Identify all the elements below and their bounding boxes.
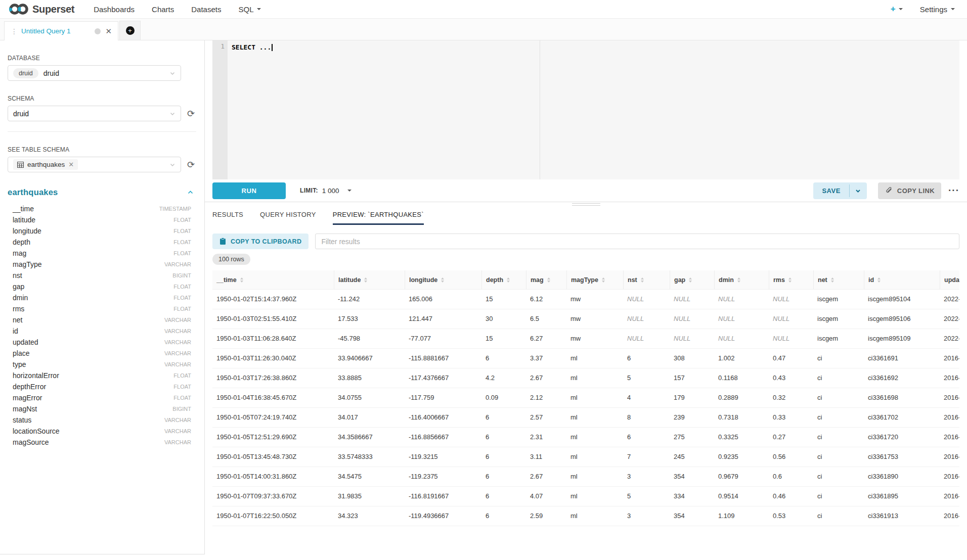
grid-header-mag[interactable]: mag: [526, 270, 566, 289]
grid-cell: 33.5748333: [334, 447, 405, 466]
grid-cell: 6.27: [526, 329, 566, 348]
more-options-button[interactable]: ···: [948, 188, 959, 193]
results-tabs: RESULTSQUERY HISTORYPREVIEW: `EARTHQUAKE…: [212, 203, 959, 225]
copy-to-clipboard-button[interactable]: COPY TO CLIPBOARD: [212, 234, 309, 249]
grid-cell: 1950-01-07T09:37:33.670Z: [212, 487, 334, 506]
grid-header-latitude[interactable]: latitude: [334, 270, 405, 289]
grid-cell: 6: [481, 506, 526, 526]
superset-logo[interactable]: Superset: [8, 3, 74, 16]
grid-cell: 6.12: [526, 290, 566, 309]
column-name: magError: [13, 394, 42, 402]
plus-icon: +: [891, 4, 896, 14]
nav-item-datasets[interactable]: Datasets: [191, 5, 221, 14]
add-tab-icon: +: [126, 26, 135, 35]
column-name: place: [13, 349, 29, 357]
schema-column-row: statusVARCHAR: [8, 414, 197, 426]
nav-item-sql[interactable]: SQL: [238, 5, 261, 14]
schema-column-row: nstBIGINT: [8, 270, 197, 281]
grid-cell: 2.57: [526, 408, 566, 427]
new-item-menu[interactable]: +: [891, 4, 903, 14]
grid-cell: NULL: [623, 309, 670, 329]
grid-cell: 1950-01-03T11:26:30.040Z: [212, 349, 334, 368]
close-tab-icon[interactable]: ✕: [105, 27, 112, 35]
grid-header-label: id: [868, 276, 874, 284]
table-name-heading[interactable]: earthquakes: [8, 188, 58, 197]
grid-cell: ci3361753: [864, 447, 940, 466]
grid-cell: 0.7318: [714, 408, 769, 427]
chevron-down-icon: [169, 70, 175, 76]
database-select[interactable]: druid druid: [8, 65, 181, 81]
table-row: 1950-01-02T15:14:37.960Z-11.242165.00615…: [212, 290, 959, 309]
grid-header-updated[interactable]: updated: [940, 270, 959, 289]
grid-header-gap[interactable]: gap: [670, 270, 714, 289]
grid-cell: ml: [566, 467, 623, 486]
schema-select[interactable]: druid: [8, 106, 181, 121]
grid-cell: 6: [623, 349, 670, 368]
copy-link-button[interactable]: COPY LINK: [878, 182, 941, 199]
grid-cell: ci3361720: [864, 428, 940, 447]
column-type: BIGINT: [172, 406, 191, 412]
grid-header-__time[interactable]: __time: [212, 270, 334, 289]
grid-cell: 2.59: [526, 506, 566, 526]
grid-header-dmin[interactable]: dmin: [714, 270, 769, 289]
table-select[interactable]: earthquakes ✕: [8, 157, 181, 172]
save-options-button[interactable]: [850, 182, 867, 199]
grid-header-magType[interactable]: magType: [566, 270, 623, 289]
grid-cell: NULL: [623, 290, 670, 309]
grid-cell: ml: [566, 447, 623, 466]
grid-cell: 2016-0: [940, 368, 959, 388]
grid-header-longitude[interactable]: longitude: [405, 270, 481, 289]
grid-cell: 5: [623, 368, 670, 388]
sql-editor[interactable]: 1 SELECT ...: [212, 40, 959, 179]
results-tab-0[interactable]: RESULTS: [212, 211, 243, 225]
sort-icon: [441, 277, 444, 283]
new-query-tab-button[interactable]: +: [119, 21, 141, 40]
results-grid: __timelatitudelongitudedepthmagmagTypens…: [212, 270, 959, 526]
editor-code-area[interactable]: SELECT ...: [228, 40, 959, 179]
results-tab-2[interactable]: PREVIEW: `EARTHQUAKES`: [333, 211, 424, 225]
nav-item-dashboards[interactable]: Dashboards: [94, 5, 135, 14]
grid-cell: 1950-01-07T16:22:50.050Z: [212, 506, 334, 526]
grid-header-nst[interactable]: nst: [623, 270, 670, 289]
grid-cell: -116.8856667: [405, 428, 481, 447]
grid-header-net[interactable]: net: [813, 270, 864, 289]
grid-header-rms[interactable]: rms: [769, 270, 813, 289]
grid-header-id[interactable]: id: [864, 270, 940, 289]
grid-header-label: depth: [486, 276, 503, 284]
drag-handle-icon[interactable]: ⋮: [11, 29, 17, 34]
filter-results-input[interactable]: [315, 234, 959, 249]
save-button[interactable]: SAVE: [813, 182, 849, 199]
grid-cell: -116.4006667: [405, 408, 481, 427]
row-count-badge: 100 rows: [212, 254, 250, 265]
grid-cell: -116.8191667: [405, 487, 481, 506]
grid-cell: 2.67: [526, 467, 566, 486]
grid-cell: 6: [623, 428, 670, 447]
grid-cell: -115.8881667: [405, 349, 481, 368]
refresh-schemas-icon[interactable]: ⟳: [187, 109, 195, 118]
run-button[interactable]: RUN: [212, 182, 286, 199]
column-type: FLOAT: [173, 228, 191, 234]
sqllab-sidebar: DATABASE druid druid SCHEMA druid ⟳ SEE …: [0, 40, 205, 554]
limit-dropdown[interactable]: LIMIT: 1 000: [300, 187, 351, 195]
sort-icon: [507, 277, 510, 283]
grid-cell: 0.32: [769, 388, 813, 407]
grid-header-depth[interactable]: depth: [481, 270, 526, 289]
remove-table-icon[interactable]: ✕: [68, 161, 74, 168]
grid-cell: 17.533: [334, 309, 405, 329]
print-margin-line: [540, 40, 540, 179]
nav-item-charts[interactable]: Charts: [152, 5, 174, 14]
results-tab-1[interactable]: QUERY HISTORY: [260, 211, 316, 225]
grid-cell: 354: [670, 467, 714, 486]
grid-cell: NULL: [714, 329, 769, 348]
column-name: __time: [13, 205, 34, 213]
query-tab[interactable]: ⋮ Untitled Query 1 ✕: [4, 21, 118, 40]
grid-cell: iscgem895106: [864, 309, 940, 329]
chevron-down-icon: [169, 111, 175, 117]
column-name: status: [13, 416, 31, 424]
chevron-up-icon[interactable]: [187, 189, 194, 196]
refresh-tables-icon[interactable]: ⟳: [187, 160, 195, 169]
sql-lab-app: Superset DashboardsChartsDatasetsSQL + S…: [0, 0, 967, 560]
grid-cell: ci: [813, 487, 864, 506]
settings-menu[interactable]: Settings: [920, 5, 955, 14]
column-name: id: [13, 327, 18, 335]
